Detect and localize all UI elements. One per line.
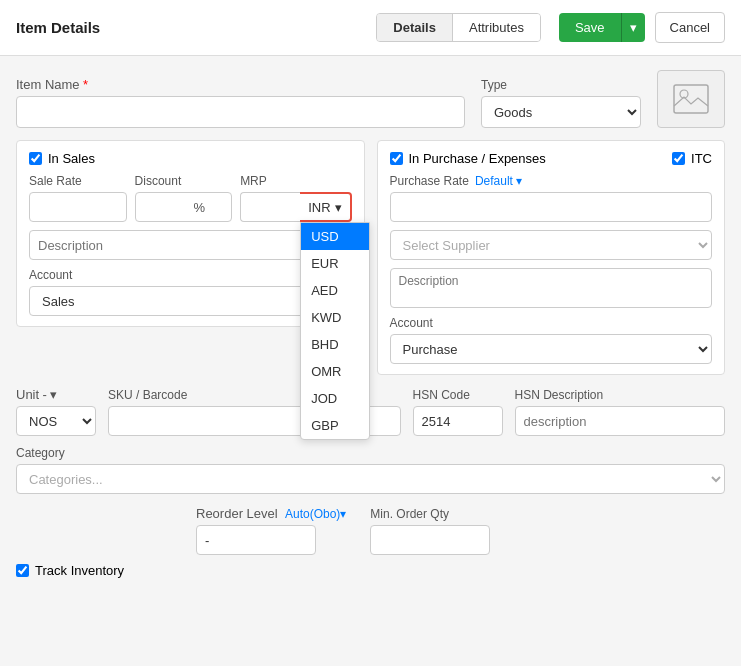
hsn-desc-field-group: HSN Description bbox=[515, 388, 726, 436]
hsn-code-label: HSN Code bbox=[413, 388, 503, 402]
sku-label: SKU / Barcode bbox=[108, 388, 319, 402]
min-order-label: Min. Order Qty bbox=[370, 507, 490, 521]
header: Item Details Details Attributes Save ▾ C… bbox=[0, 0, 741, 56]
currency-option-eur[interactable]: EUR bbox=[301, 250, 369, 277]
hsn-code-input[interactable] bbox=[413, 406, 503, 436]
account-select-right[interactable]: Purchase bbox=[390, 334, 713, 364]
tab-group: Details Attributes bbox=[376, 13, 541, 42]
page-title: Item Details bbox=[16, 19, 366, 36]
bottom-fields-row: Unit - ▾ NOS SKU / Barcode Tax GS ▾ HSN … bbox=[16, 387, 725, 436]
currency-option-aed[interactable]: AED bbox=[301, 277, 369, 304]
min-order-field-group: Min. Order Qty bbox=[370, 507, 490, 555]
purchase-description-input[interactable] bbox=[390, 268, 713, 308]
currency-option-usd[interactable]: USD bbox=[301, 223, 369, 250]
svg-rect-0 bbox=[674, 85, 708, 113]
currency-option-bhd[interactable]: BHD bbox=[301, 331, 369, 358]
currency-dropdown-wrapper: INR ▾ USD EUR AED KWD BHD OMR bbox=[300, 192, 351, 222]
unit-field-group: Unit - ▾ NOS bbox=[16, 387, 96, 436]
category-label: Category bbox=[16, 446, 725, 460]
reorder-field-group: Reorder Level Auto(Obo)▾ bbox=[196, 506, 346, 555]
save-dropdown-button[interactable]: ▾ bbox=[621, 13, 645, 42]
content-area: Item Name * Type Goods Service bbox=[0, 56, 741, 592]
currency-dropdown: USD EUR AED KWD BHD OMR JOD GBP bbox=[300, 222, 370, 440]
currency-option-gbp[interactable]: GBP bbox=[301, 412, 369, 439]
tab-attributes[interactable]: Attributes bbox=[453, 14, 540, 41]
cancel-button[interactable]: Cancel bbox=[655, 12, 725, 43]
unit-arrow: ▾ bbox=[50, 387, 57, 402]
tab-details[interactable]: Details bbox=[377, 14, 453, 41]
type-label: Type bbox=[481, 78, 641, 92]
in-sales-row: In Sales bbox=[29, 151, 352, 166]
mrp-input[interactable] bbox=[240, 192, 300, 222]
reorder-row: Reorder Level Auto(Obo)▾ Min. Order Qty bbox=[16, 506, 725, 555]
currency-option-omr[interactable]: OMR bbox=[301, 358, 369, 385]
track-inventory-label: Track Inventory bbox=[35, 563, 124, 578]
purchase-rate-link[interactable]: Default ▾ bbox=[475, 174, 522, 188]
percent-sign: % bbox=[194, 200, 206, 215]
track-inventory-row: Track Inventory bbox=[16, 563, 725, 578]
in-purchase-row: In Purchase / Expenses bbox=[390, 151, 546, 166]
sales-section: In Sales Sale Rate Discount % bbox=[16, 140, 365, 327]
sale-rate-label: Sale Rate bbox=[29, 174, 127, 188]
hsn-desc-label: HSN Description bbox=[515, 388, 726, 402]
hsn-code-field-group: HSN Code bbox=[413, 388, 503, 436]
in-purchase-label: In Purchase / Expenses bbox=[409, 151, 546, 166]
type-select[interactable]: Goods Service bbox=[481, 96, 641, 128]
currency-option-jod[interactable]: JOD bbox=[301, 385, 369, 412]
in-sales-label: In Sales bbox=[48, 151, 95, 166]
currency-label: INR bbox=[308, 200, 330, 215]
min-order-input[interactable] bbox=[370, 525, 490, 555]
itc-checkbox[interactable] bbox=[672, 152, 685, 165]
save-button[interactable]: Save bbox=[559, 13, 621, 42]
currency-arrow: ▾ bbox=[335, 200, 342, 215]
itc-row: ITC bbox=[672, 151, 712, 166]
item-name-input[interactable] bbox=[16, 96, 465, 128]
supplier-select[interactable]: Select Supplier bbox=[390, 230, 713, 260]
purchase-rate-label: Purchase Rate bbox=[390, 174, 469, 188]
reorder-input[interactable] bbox=[196, 525, 316, 555]
category-field-group: Category Categories... bbox=[16, 446, 725, 494]
purchase-rate-input[interactable] bbox=[390, 192, 713, 222]
sku-field-group: SKU / Barcode bbox=[108, 388, 319, 436]
required-marker: * bbox=[83, 77, 88, 92]
reorder-auto-link[interactable]: Auto(Obo)▾ bbox=[285, 507, 346, 521]
unit-select[interactable]: NOS bbox=[16, 406, 96, 436]
discount-input[interactable] bbox=[142, 195, 192, 220]
account-label-right: Account bbox=[390, 316, 713, 330]
purchase-section: In Purchase / Expenses ITC Purchase Rate… bbox=[377, 140, 726, 375]
currency-option-kwd[interactable]: KWD bbox=[301, 304, 369, 331]
mrp-label: MRP bbox=[240, 174, 351, 188]
item-name-label: Item Name * bbox=[16, 77, 465, 92]
image-placeholder[interactable] bbox=[657, 70, 725, 128]
in-sales-checkbox[interactable] bbox=[29, 152, 42, 165]
itc-label: ITC bbox=[691, 151, 712, 166]
hsn-desc-input[interactable] bbox=[515, 406, 726, 436]
unit-label: Unit - ▾ bbox=[16, 387, 96, 402]
discount-label: Discount bbox=[135, 174, 233, 188]
in-purchase-checkbox[interactable] bbox=[390, 152, 403, 165]
track-inventory-checkbox[interactable] bbox=[16, 564, 29, 577]
reorder-label: Reorder Level Auto(Obo)▾ bbox=[196, 506, 346, 521]
sku-input[interactable] bbox=[108, 406, 319, 436]
category-select[interactable]: Categories... bbox=[16, 464, 725, 494]
currency-button[interactable]: INR ▾ bbox=[300, 192, 351, 222]
sale-rate-input[interactable] bbox=[29, 192, 127, 222]
